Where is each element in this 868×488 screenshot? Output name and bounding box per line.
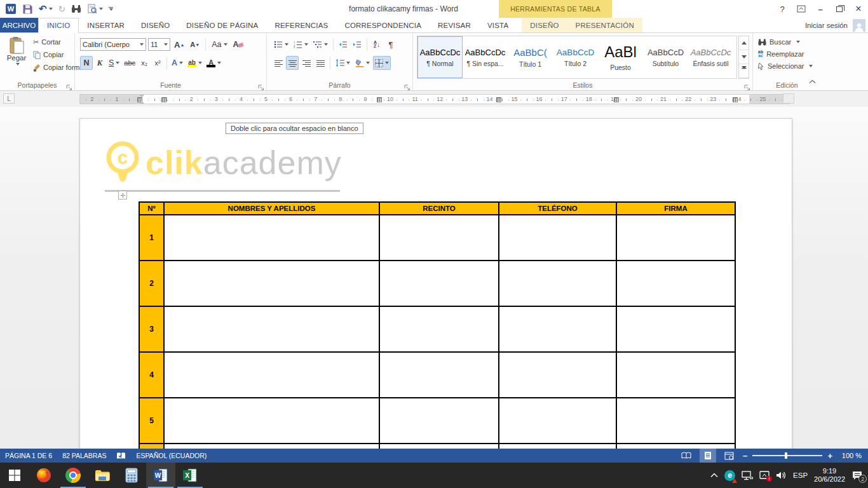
style-título-2[interactable]: AaBbCcDTítulo 2 (553, 36, 598, 78)
empty-cell[interactable] (499, 215, 616, 261)
taskbar-firefox-icon[interactable] (29, 463, 58, 488)
styles-scroll-up-icon[interactable] (739, 36, 749, 50)
input-language[interactable]: ESP (793, 471, 808, 479)
action-alert-icon[interactable]: ! (759, 471, 770, 480)
language-indicator[interactable]: ESPAÑOL (ECUADOR) (136, 449, 207, 463)
empty-cell[interactable] (164, 261, 379, 306)
table-column-marker[interactable] (496, 97, 501, 102)
find-button[interactable]: Buscar (758, 38, 813, 46)
empty-cell[interactable] (164, 306, 379, 352)
taskbar-chrome-icon[interactable] (58, 463, 88, 488)
clear-formatting-button[interactable]: A (231, 37, 246, 51)
multilevel-list-button[interactable] (311, 37, 330, 51)
eset-antivirus-icon[interactable]: e (724, 470, 735, 481)
tab-diseño-de-página[interactable]: DISEÑO DE PÁGINA (178, 18, 266, 32)
empty-cell[interactable] (499, 261, 616, 306)
contextual-tab-diseño[interactable]: DISEÑO (522, 18, 567, 32)
zoom-level[interactable]: 100 % (837, 452, 862, 459)
row-number-cell[interactable]: 5 (139, 398, 164, 444)
decrease-indent-button[interactable] (337, 37, 349, 51)
print-preview-icon[interactable] (87, 3, 103, 15)
proofing-icon[interactable] (116, 449, 126, 463)
undo-icon[interactable]: ↶ (39, 3, 53, 15)
table-move-handle-icon[interactable]: ✛ (118, 191, 127, 200)
style-subtítulo[interactable]: AaBbCcDSubtítulo (643, 36, 688, 78)
read-mode-icon[interactable] (678, 449, 695, 463)
table-column-marker[interactable] (161, 97, 166, 102)
row-number-cell[interactable]: 1 (139, 215, 164, 261)
hanging-indent-marker[interactable] (139, 100, 144, 104)
zoom-out-icon[interactable]: − (743, 451, 748, 461)
empty-cell[interactable] (379, 306, 499, 352)
row-number-cell[interactable]: 6 (139, 444, 164, 449)
superscript-button[interactable]: x² (151, 56, 164, 70)
empty-cell[interactable] (616, 398, 735, 444)
empty-cell[interactable] (379, 352, 499, 398)
empty-cell[interactable] (499, 306, 616, 352)
start-button[interactable] (0, 463, 29, 488)
print-preview-dropdown-icon[interactable] (99, 8, 103, 10)
dialog-launcher-icon[interactable] (744, 82, 750, 88)
grow-font-button[interactable]: A▲ (172, 37, 186, 51)
replace-button[interactable]: abacReemplazar (758, 50, 813, 58)
style-sin-espa[interactable]: AaBbCcDc¶ Sin espa... (463, 36, 508, 78)
sort-button[interactable]: AZ↓ (370, 37, 383, 51)
tab-inicio[interactable]: INICIO (38, 18, 79, 33)
tab-vista[interactable]: VISTA (479, 18, 517, 32)
row-number-cell[interactable]: 3 (139, 306, 164, 352)
undo-dropdown-icon[interactable] (49, 8, 53, 10)
empty-cell[interactable] (616, 261, 735, 306)
sign-in-label[interactable]: Iniciar sesión (805, 22, 848, 29)
minimize-icon[interactable]: – (811, 0, 830, 18)
tab-insertar[interactable]: INSERTAR (79, 18, 133, 32)
tab-stop-selector[interactable]: L (3, 93, 15, 104)
shading-button[interactable] (353, 56, 372, 70)
word-logo-icon[interactable]: W (5, 3, 17, 15)
customize-qat-icon[interactable] (109, 3, 113, 15)
web-layout-icon[interactable] (721, 449, 738, 463)
zoom-in-icon[interactable]: + (827, 451, 832, 461)
contextual-tab-presentación[interactable]: PRESENTACIÓN (567, 18, 642, 32)
empty-cell[interactable] (379, 215, 499, 261)
select-button[interactable]: Seleccionar (758, 62, 813, 70)
empty-cell[interactable] (616, 215, 735, 261)
tab-archivo[interactable]: ARCHIVO (0, 18, 38, 32)
style-título-1[interactable]: AaBbC(Título 1 (508, 36, 553, 78)
underline-button[interactable]: S (107, 56, 121, 70)
taskbar-clock[interactable]: 9:19 20/6/2022 (814, 467, 845, 484)
text-effects-button[interactable]: A (170, 56, 185, 70)
dialog-launcher-icon[interactable] (258, 82, 264, 88)
signature-table[interactable]: NºNOMBRES Y APELLIDOSRECINTOTELÉFONOFIRM… (139, 201, 736, 449)
font-size-combo[interactable]: 11 (148, 38, 170, 51)
line-spacing-button[interactable] (334, 56, 352, 70)
numbered-list-button[interactable]: 123 (292, 37, 310, 51)
first-line-indent-marker[interactable] (139, 95, 144, 98)
show-marks-button[interactable]: ¶ (384, 37, 397, 51)
empty-cell[interactable] (616, 352, 735, 398)
print-layout-icon[interactable] (700, 449, 716, 463)
save-icon[interactable] (22, 3, 33, 15)
horizontal-ruler[interactable]: 2112345678910111213141516171819202122232… (79, 94, 790, 104)
restore-icon[interactable] (830, 0, 849, 18)
empty-cell[interactable] (616, 444, 735, 449)
avatar[interactable] (853, 19, 865, 32)
style-énfasis-sutil[interactable]: AaBbCcDcÉnfasis sutil (688, 36, 733, 78)
align-center-button[interactable] (286, 56, 299, 70)
table-column-marker[interactable] (377, 97, 382, 102)
italic-button[interactable]: K (93, 56, 106, 70)
volume-icon[interactable] (776, 471, 787, 480)
taskbar-calculator-icon[interactable] (117, 463, 146, 488)
empty-cell[interactable] (164, 444, 379, 449)
empty-cell[interactable] (164, 352, 379, 398)
tab-diseño[interactable]: DISEÑO (133, 18, 178, 32)
shrink-font-button[interactable]: A▼ (188, 37, 201, 51)
close-icon[interactable]: × (849, 0, 868, 18)
borders-button[interactable] (373, 56, 391, 70)
bold-button[interactable]: N (80, 56, 93, 70)
dialog-launcher-icon[interactable] (66, 82, 72, 88)
style-normal[interactable]: AaBbCcDc¶ Normal (417, 36, 463, 78)
font-family-combo[interactable]: Calibri (Cuerpo (80, 38, 146, 51)
ribbon-display-options-icon[interactable] (792, 0, 811, 18)
word-count[interactable]: 82 PALABRAS (62, 449, 106, 463)
row-number-cell[interactable]: 2 (139, 261, 164, 306)
